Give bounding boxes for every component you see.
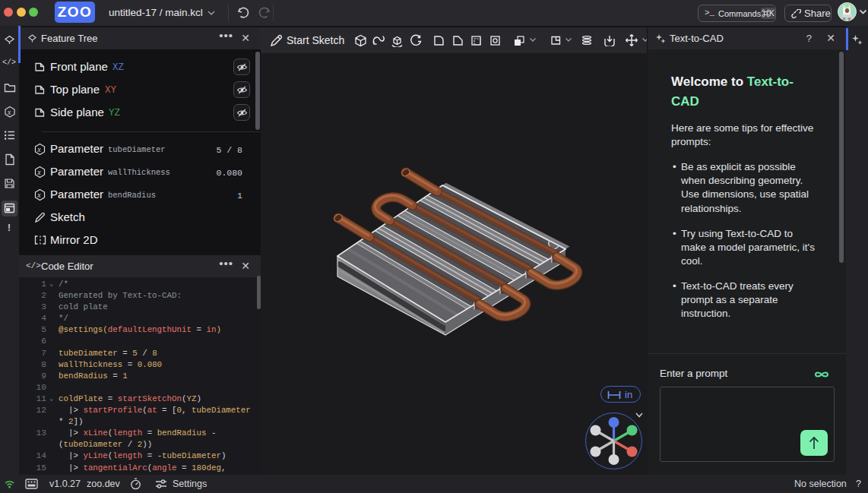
svg-text:x: x [36,145,41,153]
svg-text:x: x [7,109,11,116]
svg-text:x: x [36,168,41,176]
svg-text:x: x [36,191,41,199]
